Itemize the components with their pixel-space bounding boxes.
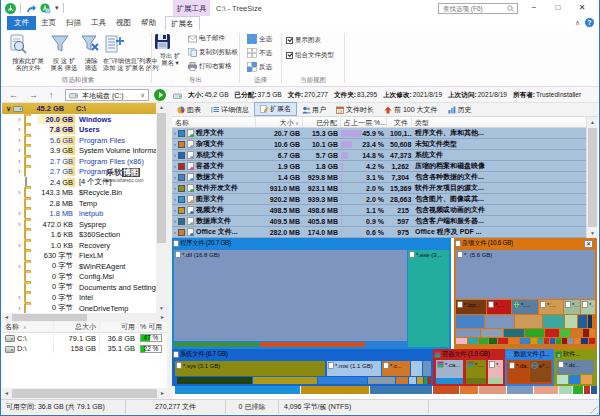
row-expand-icon[interactable]: › bbox=[174, 185, 176, 191]
treemap-section-1[interactable]: 杂项文件 (10.6 GB)*. (5.6 GB)*.lcp...*....*.… bbox=[454, 238, 597, 349]
row-expand-icon[interactable]: › bbox=[174, 130, 176, 136]
scroll-down-icon[interactable]: ▼ bbox=[156, 304, 167, 313]
scan-icon[interactable] bbox=[40, 3, 51, 14]
drive-hscroll-thumb[interactable] bbox=[12, 389, 157, 398]
qat-dropdown-icon[interactable]: ▾ bbox=[55, 5, 59, 11]
table-scroll-up-icon[interactable]: ▲ bbox=[587, 117, 598, 127]
ribbon-button-search-file[interactable]: 搜索此扩展名的文件 bbox=[7, 32, 49, 72]
legend-checkbox[interactable] bbox=[178, 196, 185, 203]
extension-row-8[interactable]: ›数据库文件409.5 MB405.8 MB0.9 %597包含客户端和服务器.… bbox=[172, 216, 598, 227]
legend-checkbox[interactable] bbox=[178, 185, 185, 192]
header-size[interactable]: 大小 ∨ bbox=[256, 117, 303, 127]
treemap-close-button[interactable]: ✕ bbox=[584, 240, 593, 248]
app-logo-icon[interactable] bbox=[5, 3, 16, 14]
legend-checkbox[interactable] bbox=[178, 130, 185, 137]
extension-row-6[interactable]: ›图形文件920.2 MB939.3 MB2.0 %28,663包含图片、图像或… bbox=[172, 194, 598, 205]
ribbon-button-grid-all[interactable]: 全选 bbox=[247, 34, 272, 44]
tree-expand-icon[interactable]: › bbox=[15, 210, 24, 217]
row-expand-icon[interactable]: › bbox=[174, 218, 176, 224]
tree-row-onedrivetemp[interactable]: ›0 字节OneDriveTemp bbox=[2, 303, 156, 313]
tree-expand-icon[interactable]: › bbox=[15, 221, 24, 228]
search-icon[interactable] bbox=[507, 5, 514, 12]
tree-scroll-thumb[interactable] bbox=[157, 113, 166, 243]
extension-row-3[interactable]: ›容器文件1.9 GB1.8 GB4.2 %1,262压缩的档案和磁盘映像 bbox=[172, 161, 598, 172]
ribbon-button-print[interactable]: 打印右窗格 bbox=[188, 62, 238, 71]
ribbon-tab-4[interactable]: 视图 bbox=[111, 16, 136, 30]
treemap-section-4[interactable]: 数据文件 (1...*.da...e*... bbox=[505, 349, 554, 386]
treemap-section-2[interactable]: 系统文件 (6.7 GB)*.sys (3.1 GB)*.msi (1.1 GB… bbox=[172, 349, 433, 386]
extension-row-9[interactable]: ›Office 文件...282.0 MB174.0 MB0.6 %975Off… bbox=[172, 227, 598, 238]
extension-row-5[interactable]: ›软件开发文件931.0 MB923.1 MB2.0 %15,369软件开发项目… bbox=[172, 183, 598, 194]
table-vertical-scrollbar[interactable]: ▲ ▼ bbox=[586, 117, 598, 238]
drive-col-pct[interactable]: % 可用 bbox=[139, 322, 167, 332]
treemap-tile-sys31GB[interactable]: *.sys (3.1 GB) bbox=[175, 361, 325, 376]
legend-checkbox[interactable] bbox=[178, 163, 185, 170]
header-alloc[interactable]: 已分配 bbox=[303, 117, 341, 127]
tree-horizontal-scrollbar[interactable]: ◄ ► bbox=[2, 313, 167, 322]
extension-row-7[interactable]: ›视频文件498.5 MB498.6 MB1.1 %215包含视频或动画的文件 bbox=[172, 205, 598, 216]
drive-scroll-right-icon[interactable]: ► bbox=[158, 388, 167, 399]
treemap-tile-[interactable]: *... bbox=[564, 300, 580, 314]
tree-vertical-scrollbar[interactable]: ▲ ▼ bbox=[156, 103, 167, 313]
legend-checkbox[interactable] bbox=[178, 152, 185, 159]
up-icon[interactable]: ↑ bbox=[49, 89, 54, 101]
tree-expand-icon[interactable]: › bbox=[15, 189, 24, 196]
treemap-section-0[interactable]: 程序文件 (20.7 GB)*.dll (16.8 GB)*.exe (3... bbox=[172, 238, 451, 349]
forward-icon[interactable]: → bbox=[29, 89, 38, 101]
drive-col-free[interactable]: 可用 bbox=[100, 322, 139, 332]
ribbon-tab-file[interactable]: 文件 bbox=[7, 16, 36, 30]
row-expand-icon[interactable]: › bbox=[174, 207, 176, 213]
treemap-tile-[interactable]: *.... bbox=[466, 360, 486, 378]
help-icon[interactable]: ? bbox=[585, 18, 594, 27]
header-type[interactable]: 类型 bbox=[412, 117, 488, 127]
row-expand-icon[interactable]: › bbox=[174, 196, 176, 202]
minimize-button[interactable]: − bbox=[522, 0, 546, 16]
treemap-tile-[interactable]: *.... bbox=[512, 300, 538, 314]
view-tab-2[interactable]: 扩展名 bbox=[254, 102, 297, 116]
view-tab-0[interactable]: 图表 bbox=[172, 103, 206, 116]
table-scroll-thumb[interactable] bbox=[588, 128, 597, 227]
extension-row-0[interactable]: ›程序文件20.7 GB15.3 GB45.9 %100,1...程序文件、库和… bbox=[172, 128, 598, 139]
row-expand-icon[interactable]: › bbox=[174, 163, 176, 169]
treemap-tile-[interactable]: *.... bbox=[539, 300, 563, 314]
scroll-up-icon[interactable]: ▲ bbox=[156, 103, 167, 112]
header-files[interactable]: 文件 bbox=[387, 117, 412, 127]
tree-collapse-icon[interactable]: ∨ bbox=[4, 105, 13, 113]
tree-expand-icon[interactable]: › bbox=[15, 116, 24, 123]
ribbon-button-grid-none[interactable]: 不选 bbox=[247, 48, 272, 58]
ribbon-button-funnel[interactable]: 按 这 扩展名 筛选 bbox=[49, 32, 79, 72]
resize-grip[interactable] bbox=[590, 406, 598, 414]
ribbon-tab-3[interactable]: 工具 bbox=[86, 16, 111, 30]
drive-scroll-left-icon[interactable]: ◄ bbox=[2, 388, 11, 399]
view-tab-5[interactable]: 前 100 大文件 bbox=[379, 103, 443, 116]
treemap-tile-e[interactable]: e*... bbox=[530, 361, 551, 382]
row-expand-icon[interactable]: › bbox=[174, 152, 176, 158]
legend-checkbox[interactable] bbox=[178, 218, 185, 225]
ribbon-tab-2[interactable]: 扫描 bbox=[61, 16, 86, 30]
ribbon-button-funnel-clear[interactable]: 清除筛选 bbox=[79, 32, 103, 72]
tree-hscroll-thumb[interactable] bbox=[12, 314, 87, 321]
tree-expand-icon[interactable]: › bbox=[15, 137, 24, 144]
treemap-tile-exe3[interactable]: *.exe (3... bbox=[408, 250, 449, 347]
treemap-tile-56GB[interactable]: *. (5.6 GB) bbox=[456, 250, 595, 299]
drive-col-total[interactable]: 总大小 bbox=[54, 322, 100, 332]
back-icon[interactable]: ← bbox=[9, 89, 18, 101]
treemap-tile-ca[interactable]: *.ca... bbox=[436, 360, 463, 378]
treemap-tile-[interactable]: *. bbox=[581, 300, 595, 314]
ribbon-tab-1[interactable]: 主页 bbox=[36, 16, 61, 30]
scroll-left-icon[interactable]: ◄ bbox=[2, 313, 11, 322]
extension-row-2[interactable]: ›系统文件6.7 GB5.7 GB14.8 %47,373系统文件 bbox=[172, 150, 598, 161]
view-tab-1[interactable]: 详细信息 bbox=[206, 103, 254, 116]
header-pct[interactable]: 占上一层 %... bbox=[341, 117, 387, 127]
export-extension-button[interactable]: 导出 扩 展名 ▾ bbox=[154, 32, 186, 67]
extension-row-4[interactable]: ›数据文件1.4 GB929.8 MB3.1 %7,304包含各种数据的文件..… bbox=[172, 172, 598, 183]
treemap-tile-lcp[interactable]: *.lcp... bbox=[456, 300, 486, 314]
tree-expand-icon[interactable]: › bbox=[15, 158, 24, 165]
row-expand-icon[interactable]: › bbox=[174, 141, 176, 147]
ribbon-tab-6[interactable]: 扩展名 bbox=[165, 16, 200, 30]
row-expand-icon[interactable]: › bbox=[174, 174, 176, 180]
tree-row-programd[interactable]: ›2.7 GBProgramD bbox=[2, 167, 156, 178]
treemap-tile-dll168GB[interactable]: *.dll (16.8 GB) bbox=[174, 250, 407, 341]
ribbon-button-grid-invert[interactable]: 反选 bbox=[247, 62, 272, 72]
treemap-tile-da[interactable]: *.da... bbox=[508, 361, 529, 382]
